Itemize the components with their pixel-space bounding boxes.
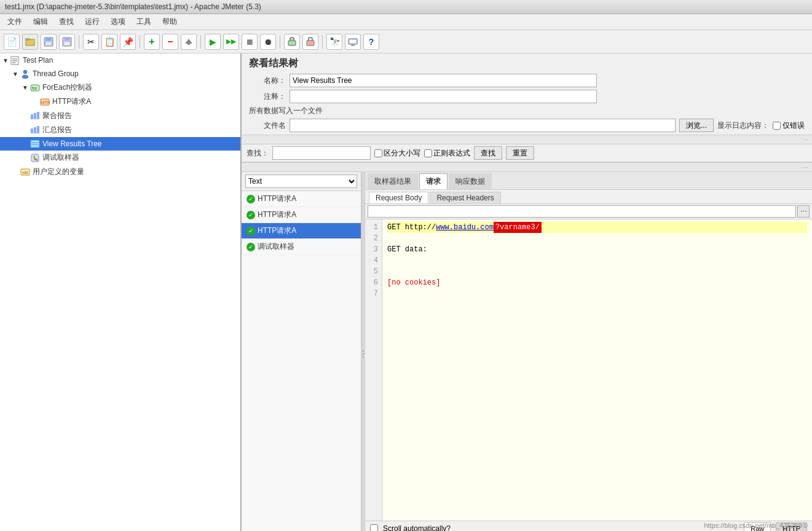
svg-rect-3 [46,37,51,41]
watermark: https://blog.csdn.net/mb_475259① [704,522,808,530]
toolbar-moveup-btn[interactable] [181,34,197,50]
reset-button[interactable]: 重置 [506,146,534,160]
splitter-handle-2[interactable]: ⋯ [802,164,808,171]
tree-arrow-thread-group[interactable]: ▼ [12,71,20,77]
write-all-label: 所有数据写入一个文件 [249,106,323,116]
only-errors-checkbox-item: 仅错误 [773,120,805,131]
main-layout: ▼ Test Plan ▼ Thread Group ▼ for ForEach… [0,53,812,531]
regex-checkbox[interactable] [424,149,432,157]
tab-request[interactable]: 请求 [419,173,447,189]
code-line-1: GET http://www.baidu.com?varname3/ [387,222,807,233]
filter-btn[interactable]: ⋯ [797,205,810,218]
format-select[interactable]: Text RegExp Tester CSS/JQuery Tester XPa… [245,175,357,188]
tree-item-view-results[interactable]: View Results Tree [0,137,240,151]
menu-file[interactable]: 文件 [2,15,27,28]
toolbar: 📄 ✂ 📋 📌 + − ▶ ▶▶ ⏹ ⏺ 🔭 ? [0,30,812,53]
toolbar-shutdown-btn[interactable]: ⏺ [260,34,276,50]
menu-run[interactable]: 运行 [80,15,104,28]
tree-item-label: ForEach控制器 [42,82,92,93]
req-tab-headers[interactable]: Request Headers [430,192,500,203]
handle-dot-2 [363,353,364,355]
comment-row: 注释： [249,90,805,103]
result-item-3[interactable]: ✓ HTTP请求A [242,223,361,239]
toolbar-copy-btn[interactable]: 📋 [101,34,117,50]
code-line-2 [387,233,807,244]
search-button[interactable]: 查找 [474,146,502,160]
toolbar-add-btn[interactable]: + [144,34,160,50]
debug-icon: 🐛 [30,153,41,163]
left-panel: ▼ Test Plan ▼ Thread Group ▼ for ForEach… [0,53,242,531]
case-sensitive-checkbox[interactable] [374,149,382,157]
line-num-2: 2 [369,233,378,244]
splitter-row-2: ⋯ [242,162,812,172]
toolbar-remote-btn[interactable] [345,34,361,50]
name-input[interactable] [290,74,597,87]
toolbar-run-no-pause-btn[interactable]: ▶▶ [223,34,239,50]
panel-title: 察看结果树 [249,57,805,70]
line-num-5: 5 [369,266,378,277]
tree-item-user-vars[interactable]: var 用户定义的变量 [0,165,240,179]
result-item-4[interactable]: ✓ 调试取样器 [242,239,361,255]
tab-sampler-results[interactable]: 取样器结果 [368,173,418,189]
toolbar-run-btn[interactable]: ▶ [205,34,221,50]
toolbar-open-btn[interactable] [22,34,38,50]
splitter-handle-1[interactable]: ⋯ [802,136,808,143]
toolbar-clear-btn[interactable] [284,34,300,50]
tree-item-label: Test Plan [23,56,53,65]
foreach-icon: for [30,83,41,93]
tree-item-label: 调试取样器 [42,152,79,163]
menu-options[interactable]: 选项 [106,15,130,28]
tree-item-http-a[interactable]: HTTP HTTP请求A [0,95,240,109]
svg-text:for: for [32,86,37,90]
result-item-label-3: HTTP请求A [258,226,296,236]
menu-edit[interactable]: 编辑 [28,15,53,28]
scroll-auto-checkbox[interactable] [370,524,378,531]
menu-find[interactable]: 查找 [54,15,79,28]
tab-response-data[interactable]: 响应数据 [449,173,492,189]
browse-button[interactable]: 浏览... [679,119,714,132]
only-errors-label: 仅错误 [782,120,805,131]
tree-item-debug[interactable]: 🐛 调试取样器 [0,151,240,165]
toolbar-cut-btn[interactable]: ✂ [83,34,99,50]
svg-rect-27 [31,114,33,119]
tree-item-foreach[interactable]: ▼ for ForEach控制器 [0,81,240,95]
scroll-auto-label: Scroll automatically? [383,524,451,532]
aggregate-icon [30,111,41,121]
result-item-1[interactable]: ✓ HTTP请求A [242,191,361,207]
tree-item-summary[interactable]: 汇总报告 [0,123,240,137]
tree-item-thread-group[interactable]: ▼ Thread Group [0,67,240,81]
toolbar-paste-btn[interactable]: 📌 [120,34,136,50]
regex-checkbox-item: 正则表达式 [424,148,470,159]
comment-input[interactable] [290,90,597,103]
req-tab-body[interactable]: Request Body [369,192,428,203]
tree-item-test-plan[interactable]: ▼ Test Plan [0,53,240,67]
tree-item-aggregate[interactable]: 聚合报告 [0,109,240,123]
detail-panel: 取样器结果 请求 响应数据 Request Body Request Heade… [365,172,812,531]
tree-arrow-test-plan[interactable]: ▼ [2,57,10,64]
toolbar-save-as-btn[interactable] [41,34,57,50]
log-content-label: 显示日志内容： [717,120,769,131]
toolbar-clear-all-btn[interactable] [302,34,318,50]
toolbar-remove-btn[interactable]: − [162,34,178,50]
only-errors-checkbox[interactable] [773,122,781,130]
menu-help[interactable]: 帮助 [157,15,182,28]
result-status-icon-2: ✓ [246,211,255,219]
user-vars-icon: var [20,167,31,177]
toolbar-help-btn[interactable]: ? [363,34,379,50]
tree-item-label: 用户定义的变量 [33,167,84,177]
toolbar-stop-btn[interactable]: ⏹ [242,34,258,50]
menu-tools[interactable]: 工具 [132,15,156,28]
toolbar-find-btn[interactable]: 🔭 [326,34,342,50]
filter-input[interactable] [368,205,796,218]
search-input[interactable] [272,146,371,160]
line-num-6: 6 [369,277,378,288]
handle-dot-1 [363,350,364,352]
toolbar-new-btn[interactable]: 📄 [4,34,20,50]
svg-text:var: var [22,170,28,175]
filename-input[interactable] [290,119,676,132]
tree-arrow-foreach[interactable]: ▼ [22,84,30,91]
toolbar-save-btn[interactable] [59,34,75,50]
code-link-1[interactable]: www.baidu.com [436,223,494,232]
result-item-2[interactable]: ✓ HTTP请求A [242,207,361,223]
panel-header: 察看结果树 名称： 注释： 所有数据写入一个文件 文件名 浏览... 显示日志内… [242,53,812,135]
